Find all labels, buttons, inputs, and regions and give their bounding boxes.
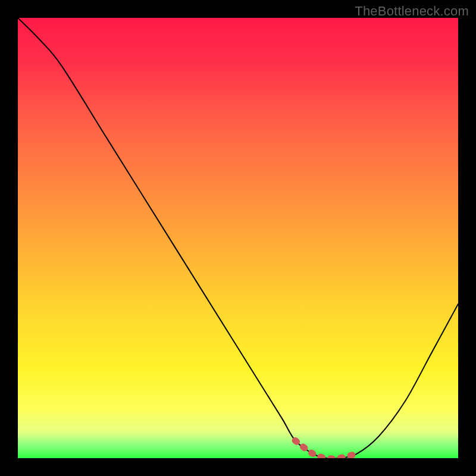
plot-area bbox=[18, 18, 458, 458]
bottleneck-curve bbox=[18, 18, 458, 458]
optimal-band-highlight bbox=[295, 440, 357, 458]
watermark-text: TheBottleneck.com bbox=[355, 4, 469, 19]
curve-layer bbox=[18, 18, 458, 458]
chart-stage: TheBottleneck.com bbox=[0, 0, 476, 476]
